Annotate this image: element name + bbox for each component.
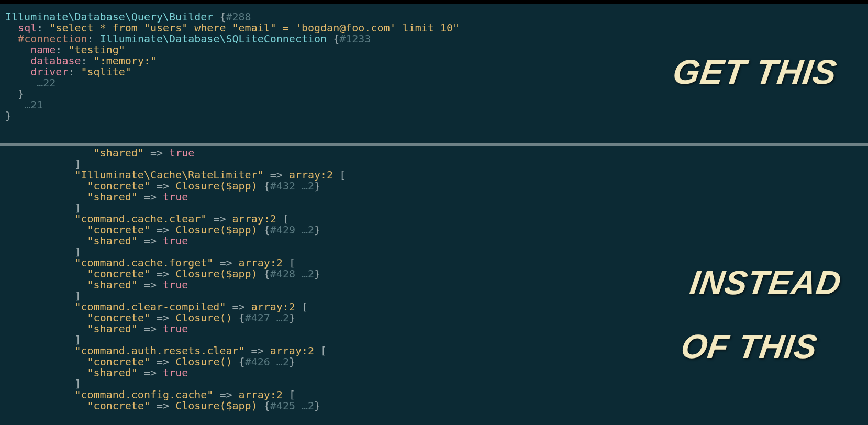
- bottom-dump-code: "shared" => true ] "Illuminate\Cache\Rat…: [5, 148, 863, 411]
- window-top-border: [0, 0, 868, 4]
- bottom-output-pane: "shared" => true ] "Illuminate\Cache\Rat…: [0, 146, 868, 425]
- top-output-pane: Illuminate\Database\Query\Builder {#288 …: [0, 4, 868, 143]
- top-dump-code: Illuminate\Database\Query\Builder {#288 …: [5, 12, 863, 121]
